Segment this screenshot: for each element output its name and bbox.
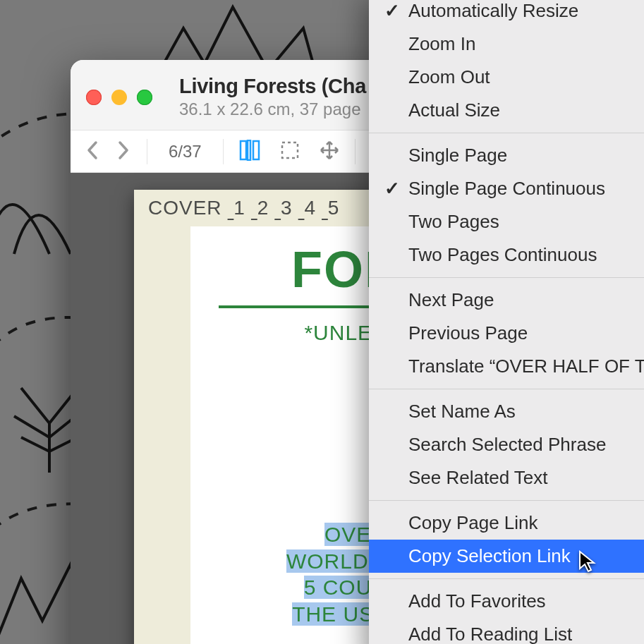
menu-item-add-to-reading-list[interactable]: Add To Reading List [369, 618, 644, 644]
menu-separator [369, 578, 644, 579]
menu-item-add-to-favorites[interactable]: Add To Favorites [369, 585, 644, 618]
menu-separator [369, 277, 644, 278]
marquee-select-tool-icon[interactable] [280, 140, 300, 163]
divider [355, 139, 356, 164]
menu-item-two-pages[interactable]: Two Pages [369, 205, 644, 238]
menu-item-two-pages-continuous[interactable]: Two Pages Continuous [369, 238, 644, 272]
menu-item-copy-selection-link[interactable]: Copy Selection Link [369, 540, 644, 573]
menu-item-search-selected-phrase[interactable]: Search Selected Phrase [369, 428, 644, 461]
close-button[interactable] [86, 90, 102, 105]
menu-item-translate-over-half-of-th[interactable]: Translate “OVER HALF OF TH [369, 350, 644, 383]
page-indicator[interactable]: 6/37 [163, 142, 207, 162]
minimize-button[interactable] [111, 90, 127, 105]
page-nav-3[interactable]: 3 [281, 197, 293, 219]
move-tool-icon[interactable] [320, 140, 339, 163]
window-title: Living Forests (Cha [179, 75, 366, 98]
menu-item-single-page[interactable]: Single Page [369, 139, 644, 172]
context-menu[interactable]: Automatically ResizeZoom InZoom OutActua… [369, 0, 644, 644]
zoom-button[interactable] [137, 90, 152, 105]
menu-separator [369, 500, 644, 501]
divider [147, 139, 147, 164]
back-button[interactable] [85, 140, 102, 164]
page-nav-cover[interactable]: COVER [148, 197, 222, 219]
page-nav-4[interactable]: 4 [304, 197, 316, 219]
svg-rect-1 [248, 140, 250, 160]
menu-item-set-name-as[interactable]: Set Name As [369, 395, 644, 428]
page-nav-2[interactable]: 2 [257, 197, 269, 219]
forward-button[interactable] [114, 140, 131, 164]
menu-item-next-page[interactable]: Next Page [369, 284, 644, 317]
mouse-cursor-icon [578, 550, 597, 569]
menu-separator [369, 133, 644, 133]
menu-separator [369, 389, 644, 389]
menu-item-actual-size[interactable]: Actual Size [369, 94, 644, 127]
page-nav-1[interactable]: 1 [233, 197, 245, 219]
page-nav-5[interactable]: 5 [328, 197, 340, 219]
text-select-tool-icon[interactable] [239, 140, 260, 164]
window-subtitle: 36.1 x 22.6 cm, 37 page [179, 99, 366, 119]
divider [223, 139, 224, 164]
menu-item-copy-page-link[interactable]: Copy Page Link [369, 506, 644, 540]
traffic-lights [86, 90, 152, 105]
menu-item-zoom-in[interactable]: Zoom In [369, 28, 644, 61]
svg-rect-0 [241, 141, 246, 159]
svg-rect-2 [253, 141, 259, 159]
menu-item-automatically-resize[interactable]: Automatically Resize [369, 0, 644, 28]
svg-rect-3 [282, 142, 298, 158]
menu-item-zoom-out[interactable]: Zoom Out [369, 61, 644, 94]
menu-item-see-related-text[interactable]: See Related Text [369, 461, 644, 494]
title-block: Living Forests (Cha 36.1 x 22.6 cm, 37 p… [179, 75, 366, 119]
menu-item-previous-page[interactable]: Previous Page [369, 317, 644, 350]
menu-item-single-page-continuous[interactable]: Single Page Continuous [369, 172, 644, 205]
